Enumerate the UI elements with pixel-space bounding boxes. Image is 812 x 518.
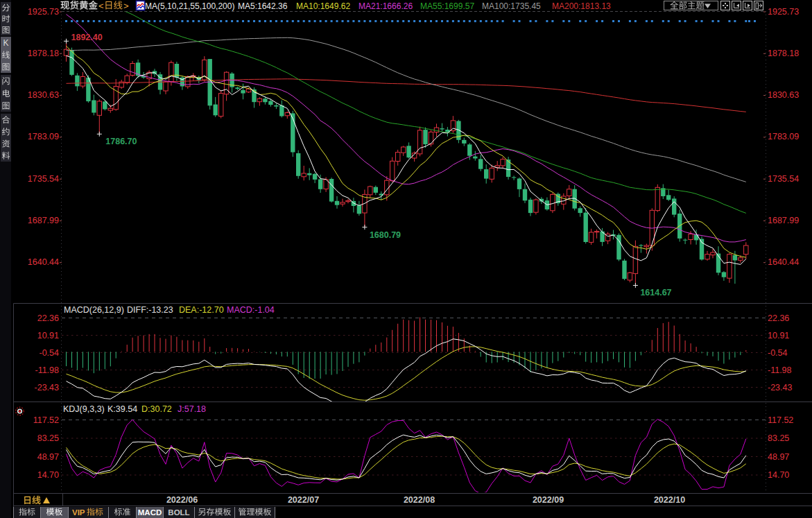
svg-text:10.91: 10.91 [768, 331, 789, 340]
svg-text:2022/07: 2022/07 [288, 495, 319, 505]
svg-text:48.97: 48.97 [37, 452, 59, 462]
svg-text:MACD(26,12,9): MACD(26,12,9) [64, 305, 124, 315]
svg-text:J:57.18: J:57.18 [178, 404, 206, 414]
svg-text:MACD:-1.04: MACD:-1.04 [227, 305, 275, 315]
svg-text:1687.99: 1687.99 [768, 216, 799, 225]
svg-text:83.25: 83.25 [768, 433, 789, 443]
svg-text:2022/06: 2022/06 [166, 495, 198, 505]
svg-text:DEA:-12.70: DEA:-12.70 [179, 305, 224, 315]
svg-text:1786.70: 1786.70 [105, 137, 137, 146]
svg-text:1735.54: 1735.54 [28, 174, 59, 184]
svg-text:-23.43: -23.43 [35, 383, 59, 392]
svg-text:K: K [3, 38, 8, 48]
svg-text:22.36: 22.36 [768, 313, 789, 323]
svg-text:VIP: VIP [72, 508, 85, 517]
svg-text:MACD: MACD [138, 508, 162, 517]
svg-text:K:39.54: K:39.54 [107, 404, 137, 414]
svg-text:2022/10: 2022/10 [654, 495, 685, 505]
svg-text:117.52: 117.52 [33, 415, 59, 425]
svg-text:1830.63: 1830.63 [768, 90, 799, 100]
svg-text:1687.99: 1687.99 [28, 216, 59, 225]
svg-text:<: < [98, 1, 104, 11]
svg-text:1680.79: 1680.79 [370, 230, 401, 240]
svg-text:>: > [123, 1, 129, 11]
svg-text:14.70: 14.70 [37, 470, 59, 480]
svg-text:2022/09: 2022/09 [533, 495, 564, 505]
svg-text:1640.44: 1640.44 [28, 257, 59, 267]
svg-text:-0.54: -0.54 [40, 348, 60, 358]
svg-text:1878.18: 1878.18 [28, 49, 59, 58]
svg-text:1892.40: 1892.40 [71, 33, 103, 42]
svg-text:DIFF:-13.23: DIFF:-13.23 [127, 305, 173, 315]
svg-text:D:30.72: D:30.72 [141, 404, 172, 414]
svg-text:MA200:1813.13: MA200:1813.13 [552, 1, 611, 11]
svg-text:MA100:1735.45: MA100:1735.45 [482, 1, 541, 11]
svg-text:1925.73: 1925.73 [28, 7, 59, 17]
svg-text:-0.54: -0.54 [768, 348, 788, 358]
svg-text:1735.54: 1735.54 [768, 174, 799, 184]
svg-text:1614.67: 1614.67 [640, 288, 671, 297]
svg-text:1878.18: 1878.18 [768, 49, 799, 58]
svg-text:1925.73: 1925.73 [768, 7, 799, 17]
svg-text:22.36: 22.36 [37, 313, 59, 323]
svg-text:117.52: 117.52 [768, 415, 793, 425]
svg-text:2022/08: 2022/08 [404, 495, 435, 505]
svg-text:MA55:1699.57: MA55:1699.57 [420, 1, 474, 11]
svg-text:-11.98: -11.98 [35, 365, 59, 375]
svg-text:-23.43: -23.43 [768, 383, 792, 392]
svg-text:MA5:1642.36: MA5:1642.36 [238, 1, 288, 11]
svg-text:14.70: 14.70 [768, 470, 789, 480]
svg-text:1783.09: 1783.09 [28, 132, 59, 141]
svg-text:48.97: 48.97 [768, 452, 789, 462]
svg-text:MA10:1649.62: MA10:1649.62 [296, 1, 350, 11]
svg-text:-11.98: -11.98 [768, 365, 792, 375]
svg-text:10.91: 10.91 [37, 331, 59, 340]
svg-text:KDJ(9,3,3): KDJ(9,3,3) [63, 404, 105, 414]
svg-text:1640.44: 1640.44 [768, 257, 799, 267]
svg-text:MA21:1666.26: MA21:1666.26 [359, 1, 413, 11]
svg-text:MA(5,10,21,55,100,200): MA(5,10,21,55,100,200) [145, 1, 234, 11]
svg-text:83.25: 83.25 [37, 433, 59, 443]
svg-text:1830.63: 1830.63 [28, 90, 59, 100]
svg-text:BOLL: BOLL [168, 508, 189, 517]
svg-text:1783.09: 1783.09 [768, 132, 799, 141]
